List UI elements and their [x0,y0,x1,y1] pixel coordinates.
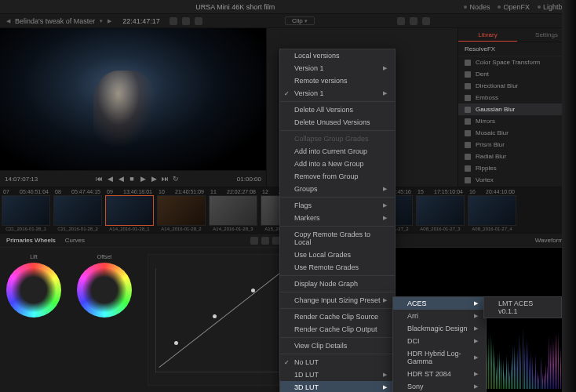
menu-item[interactable]: Sony▶ [393,380,486,392]
menu-item[interactable]: View Clip Details [280,339,395,352]
menu-item[interactable]: Add into a New Group [280,158,395,170]
menu-item[interactable]: HDR Hybrid Log-Gamma▶ [393,347,486,368]
prev-version-icon[interactable]: ◀ [6,18,10,24]
fx-item[interactable]: Vortex [458,174,576,186]
curves-editor[interactable] [148,254,291,386]
play-icon[interactable]: ▶ [139,175,147,183]
version-name[interactable]: Belinda's tweak of Master [15,17,95,25]
fx-item[interactable]: Directional Blur [458,80,576,92]
next-frame-icon[interactable]: ▶ [150,175,158,183]
timecode-display[interactable]: 22:41:47:17 [118,17,165,25]
panel-mode-icon[interactable] [250,237,258,245]
last-frame-icon[interactable]: ⏭ [161,175,169,183]
submenu-arrow-icon: ▶ [474,300,478,307]
first-frame-icon[interactable]: ⏮ [95,175,103,183]
fx-icon [465,177,471,183]
submenu-arrow-icon: ▶ [474,338,478,344]
clip-thumbnail[interactable]: 0805:47:44:15C21_2016-01-28_2 [52,187,104,233]
version-dropdown-icon[interactable]: ▾ [100,18,103,24]
clip-mode-selector[interactable]: Clip ▾ [285,16,315,25]
lut-submenu[interactable]: ACES▶Arri▶Blackmagic Design▶DCI▶HDR Hybr… [392,296,487,392]
loop-icon[interactable]: ↻ [172,175,180,183]
lift-label: Lift [30,254,37,260]
aces-submenu[interactable]: LMT ACES v0.1.1 [483,296,562,318]
menu-item[interactable]: Render Cache Clip Source [280,310,395,323]
menu-item[interactable]: Groups▶ [280,183,395,195]
viewer[interactable] [0,28,266,170]
fx-item[interactable]: Prism Blur [458,139,576,151]
monitor-bezel [562,0,576,392]
menu-item[interactable]: Render Cache Clip Output [280,323,395,336]
lift-wheel[interactable] [6,263,61,318]
menu-item[interactable]: Delete Unused Versions [280,116,395,129]
library-tab[interactable]: Library [458,28,517,42]
clip-thumbnail[interactable]: 0913:46:18:01A14_2016-01-28_1 [104,187,155,233]
fx-item[interactable]: Radial Blur [458,151,576,162]
menu-item[interactable]: ✓Version 1▶ [280,87,395,100]
stop-icon[interactable]: ■ [128,175,136,183]
menu-item[interactable]: 1D LUT▶ [280,368,395,381]
openfx-toggle[interactable]: OpenFX [498,3,530,11]
menu-item[interactable]: HDR ST 2084▶ [393,368,486,380]
sub-toolbar: ◀ Belinda's tweak of Master ▾ ▶ 22:41:47… [0,14,576,28]
next-version-icon[interactable]: ▶ [108,18,111,24]
menu-item[interactable]: Delete All Versions [280,103,395,116]
curves-tab[interactable]: Curves [65,237,85,244]
node-tool-icon[interactable] [397,17,405,25]
offset-wheel[interactable] [77,263,132,318]
prev-frame-icon[interactable]: ◀ [106,175,114,183]
menu-item[interactable]: DCI▶ [393,335,486,347]
menu-item[interactable]: Remote versions [280,74,395,87]
menu-item[interactable]: Copy Remote Grades to Local [280,228,395,249]
menu-separator [280,101,395,102]
menu-item[interactable]: ACES▶ [393,297,486,310]
fx-item[interactable]: Gaussian Blur [458,103,576,115]
submenu-arrow-icon: ▶ [383,65,387,71]
menu-item[interactable]: Add into Current Group [280,145,395,158]
primaries-tab[interactable]: Primaries Wheels [6,237,56,244]
context-menu[interactable]: Local versionsVersion 1▶Remote versions✓… [279,49,396,392]
submenu-arrow-icon: ▶ [383,372,387,378]
menu-item[interactable]: Use Remote Grades [280,261,395,274]
play-reverse-icon[interactable]: ◀ [117,175,125,183]
clip-thumbnail[interactable]: 1620:44:10:00A08_2016-01-27_4 [466,187,518,233]
menu-item[interactable]: Flags▶ [280,199,395,212]
fx-item[interactable]: Ripples [458,162,576,174]
menu-item[interactable]: Arri▶ [393,310,486,322]
fx-item[interactable]: Dent [458,68,576,80]
fx-icon [465,71,471,78]
menu-item[interactable]: Change Input Sizing Preset▶ [280,294,395,307]
scope-mode-selector[interactable]: Waveform [535,237,563,244]
menu-item[interactable]: Use Local Grades [280,249,395,261]
menu-item[interactable]: 3D LUT▶ [280,381,395,392]
fx-item[interactable]: Mosaic Blur [458,127,576,139]
menu-item[interactable]: Markers▶ [280,212,395,224]
fx-icon [465,95,471,101]
clip-thumbnail[interactable]: 0705:46:51:04C21_2016-01-28_1 [0,187,52,233]
viewer-tool-icon[interactable] [195,17,202,25]
clip-thumbnail[interactable]: 1122:02:27:08A14_2016-01-28_3 [207,187,259,233]
node-tool-icon[interactable] [410,17,417,25]
fx-item[interactable]: Color Space Transform [458,56,576,68]
menu-item[interactable]: Remove from Group [280,170,395,183]
menu-item[interactable]: LMT ACES v0.1.1 [484,297,561,318]
clip-thumbnail[interactable]: 1021:40:51:09A14_2016-01-28_2 [155,187,207,233]
viewer-tool-icon[interactable] [170,17,177,25]
submenu-arrow-icon: ▶ [383,186,387,192]
menu-item[interactable]: Blackmagic Design▶ [393,322,486,335]
menu-item[interactable]: Local versions [280,49,395,62]
fx-icon [465,130,471,136]
viewer-tool-icon[interactable] [182,17,190,25]
node-tool-icon[interactable] [422,17,430,25]
panel-mode-icon[interactable] [261,237,269,245]
fx-icon [465,118,471,125]
nodes-toggle[interactable]: Nodes [464,3,490,11]
menu-item[interactable]: ✓No LUT [280,356,395,368]
fx-item[interactable]: Emboss [458,92,576,103]
clip-thumbnail[interactable]: 1517:15:10:04A08_2016-01-27_3 [414,187,466,233]
menu-item: Collapse Group Grades [280,132,395,145]
menu-item[interactable]: Display Node Graph [280,278,395,290]
title-bar: URSA Mini 46K short film Nodes OpenFX Li… [0,0,576,14]
fx-item[interactable]: Mirrors [458,115,576,127]
menu-item[interactable]: Version 1▶ [280,62,395,74]
